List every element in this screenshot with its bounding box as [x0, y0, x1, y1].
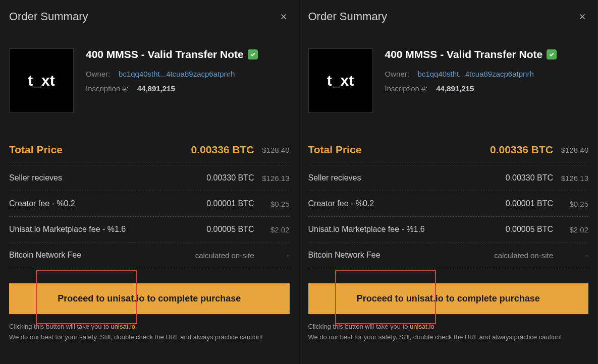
marketplace-label: Unisat.io Marketplace fee - %1.6 [308, 225, 488, 234]
footer-note: Clicking this button will take you to un… [308, 322, 589, 343]
inscription-number: 44,891,215 [137, 84, 175, 93]
inscription-label: Inscription #: [385, 84, 428, 93]
item-thumbnail: t_xt [9, 48, 74, 113]
seller-btc: 0.00330 BTC [487, 173, 553, 183]
item-info: 400 MMSS - Valid Transfer Note Owner: bc… [385, 48, 589, 113]
owner-address-link[interactable]: bc1qq40stht...4tcua89zacp6atpnrh [119, 70, 235, 78]
panel-header: Order Summary [308, 10, 589, 23]
inscription-number: 44,891,215 [436, 84, 474, 93]
item-row: t_xt 400 MMSS - Valid Transfer Note Owne… [9, 48, 290, 113]
network-label: Bitcoin Network Fee [9, 251, 189, 260]
footer-link[interactable]: unisat.io [410, 323, 434, 330]
creator-fee-row: Creator fee - %0.2 0.00001 BTC $0.25 [9, 191, 290, 217]
seller-row: Seller recieves 0.00330 BTC $126.13 [308, 165, 589, 191]
item-row: t_xt 400 MMSS - Valid Transfer Note Owne… [308, 48, 589, 113]
seller-row: Seller recieves 0.00330 BTC $126.13 [9, 165, 290, 191]
owner-label: Owner: [385, 70, 409, 78]
verified-icon [547, 49, 557, 59]
marketplace-fee-row: Unisat.io Marketplace fee - %1.6 0.00005… [308, 217, 589, 242]
proceed-button[interactable]: Proceed to unisat.io to complete purchas… [308, 283, 589, 314]
network-btc: calculated on-site [487, 251, 553, 260]
marketplace-btc: 0.00005 BTC [487, 225, 553, 234]
owner-label: Owner: [86, 70, 110, 78]
panel-header: Order Summary [9, 10, 290, 23]
owner-row: Owner: bc1qq40stht...4tcua89zacp6atpnrh [86, 70, 290, 78]
panel-title: Order Summary [308, 10, 387, 23]
marketplace-fee-row: Unisat.io Marketplace fee - %1.6 0.00005… [9, 217, 290, 242]
creator-btc: 0.00001 BTC [189, 199, 254, 208]
order-summary-panel: Order Summary t_xt 400 MMSS - Valid Tran… [299, 0, 599, 364]
order-summary-panel: Order Summary t_xt 400 MMSS - Valid Tran… [0, 0, 299, 364]
item-title: 400 MMSS - Valid Transfer Note [86, 48, 244, 60]
total-price-row: Total Price 0.00336 BTC $128.40 [308, 136, 589, 165]
owner-address-link[interactable]: bc1qq40stht...4tcua89zacp6atpnrh [418, 70, 534, 78]
footer-prefix: Clicking this button will take you to [9, 323, 111, 330]
total-btc: 0.00336 BTC [189, 144, 254, 156]
proceed-section: Proceed to unisat.io to complete purchas… [308, 283, 589, 343]
item-title: 400 MMSS - Valid Transfer Note [385, 48, 543, 60]
total-usd: $128.40 [553, 146, 588, 154]
footer-link[interactable]: unisat.io [111, 323, 135, 330]
seller-label: Seller recieves [9, 173, 189, 183]
item-title-row: 400 MMSS - Valid Transfer Note [385, 48, 589, 60]
proceed-button[interactable]: Proceed to unisat.io to complete purchas… [9, 283, 290, 314]
footer-note: Clicking this button will take you to un… [9, 322, 290, 343]
inscription-row: Inscription #: 44,891,215 [86, 84, 290, 93]
marketplace-label: Unisat.io Marketplace fee - %1.6 [9, 225, 189, 234]
network-usd: - [553, 251, 588, 260]
marketplace-btc: 0.00005 BTC [189, 225, 254, 234]
verified-icon [248, 49, 258, 59]
close-button[interactable] [576, 11, 588, 23]
network-usd: - [254, 251, 290, 260]
network-fee-row: Bitcoin Network Fee calculated on-site - [308, 242, 589, 268]
seller-usd: $126.13 [553, 174, 588, 183]
network-btc: calculated on-site [189, 251, 254, 260]
price-section: Total Price 0.00336 BTC $128.40 Seller r… [308, 136, 589, 268]
footer-warning: We do our best for your safety. Still, d… [9, 333, 263, 341]
total-price-row: Total Price 0.00336 BTC $128.40 [9, 136, 290, 165]
creator-label: Creator fee - %0.2 [9, 199, 189, 208]
seller-usd: $126.13 [254, 174, 290, 183]
creator-usd: $0.25 [254, 200, 290, 208]
inscription-row: Inscription #: 44,891,215 [385, 84, 589, 93]
item-info: 400 MMSS - Valid Transfer Note Owner: bc… [86, 48, 290, 113]
creator-fee-row: Creator fee - %0.2 0.00001 BTC $0.25 [308, 191, 589, 217]
close-icon [578, 12, 587, 21]
creator-usd: $0.25 [553, 200, 588, 208]
marketplace-usd: $2.02 [553, 225, 588, 234]
footer-prefix: Clicking this button will take you to [308, 323, 410, 330]
footer-warning: We do our best for your safety. Still, d… [308, 333, 562, 341]
item-thumbnail: t_xt [308, 48, 373, 113]
network-fee-row: Bitcoin Network Fee calculated on-site - [9, 242, 290, 268]
total-label: Total Price [308, 144, 488, 156]
close-button[interactable] [278, 11, 290, 23]
creator-label: Creator fee - %0.2 [308, 199, 488, 208]
price-section: Total Price 0.00336 BTC $128.40 Seller r… [9, 136, 290, 268]
seller-label: Seller recieves [308, 173, 488, 183]
panel-title: Order Summary [9, 10, 88, 23]
total-usd: $128.40 [254, 146, 290, 154]
inscription-label: Inscription #: [86, 84, 129, 93]
close-icon [279, 12, 288, 21]
marketplace-usd: $2.02 [254, 225, 290, 234]
total-btc: 0.00336 BTC [487, 144, 553, 156]
creator-btc: 0.00001 BTC [487, 199, 553, 208]
proceed-section: Proceed to unisat.io to complete purchas… [9, 283, 290, 343]
network-label: Bitcoin Network Fee [308, 251, 488, 260]
seller-btc: 0.00330 BTC [189, 173, 254, 183]
item-title-row: 400 MMSS - Valid Transfer Note [86, 48, 290, 60]
owner-row: Owner: bc1qq40stht...4tcua89zacp6atpnrh [385, 70, 589, 78]
total-label: Total Price [9, 144, 189, 156]
